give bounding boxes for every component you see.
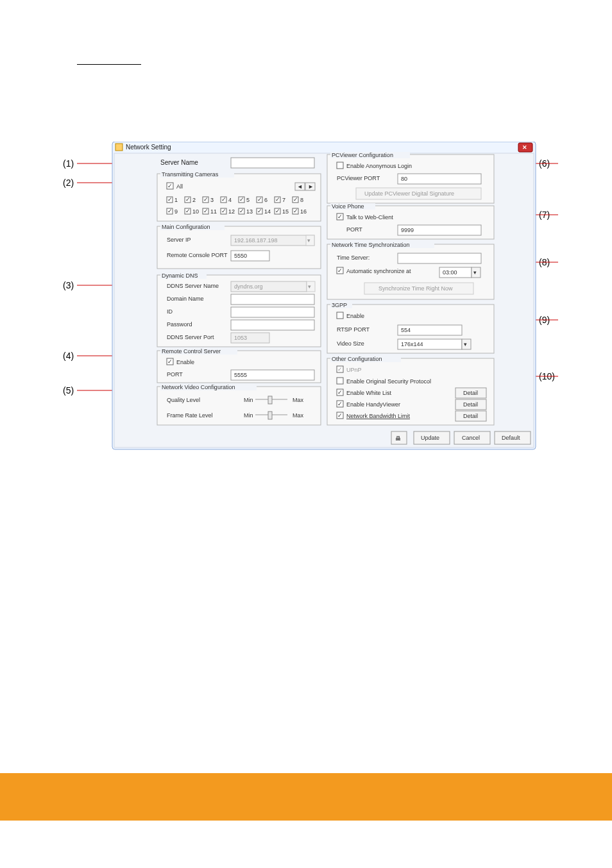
footer-band — [0, 773, 612, 821]
legend-rcs: Remote Control Server — [162, 348, 221, 355]
svg-text:Detail: Detail — [463, 413, 478, 419]
svg-text:◄: ◄ — [297, 183, 303, 190]
legend-transmitting-cameras: Transmitting Cameras — [162, 171, 219, 178]
svg-text:192.168.187.198: 192.168.187.198 — [234, 237, 278, 244]
label-auto-sync: Automatic synchronize at — [346, 268, 411, 274]
svg-text:Min: Min — [244, 412, 253, 419]
label-nbl: Network Bandwidth Limit — [346, 413, 411, 419]
svg-text:10: 10 — [192, 208, 199, 215]
svg-text:9999: 9999 — [401, 227, 414, 233]
group-nvc — [157, 387, 321, 425]
svg-text:dyndns.org: dyndns.org — [234, 283, 263, 290]
svg-text:▾: ▾ — [464, 341, 467, 347]
input-server-name — [231, 158, 314, 168]
svg-text:✓: ✓ — [221, 196, 226, 203]
app-icon — [115, 144, 123, 151]
svg-text:✓: ✓ — [167, 208, 173, 214]
label-handyviewer: Enable HandyViewer — [346, 401, 400, 408]
svg-text:Update: Update — [421, 435, 439, 441]
screenshot-svg: Network Setting ✕ Server Name Transmitti… — [64, 142, 571, 475]
window-title: Network Setting — [126, 144, 171, 151]
svg-text:14: 14 — [264, 208, 271, 215]
legend-pcviewer: PCViewer Configuration — [332, 152, 393, 158]
svg-text:Max: Max — [293, 412, 304, 419]
svg-text:12: 12 — [228, 208, 235, 215]
label-3gpp-enable: Enable — [346, 313, 364, 319]
svg-text:Default: Default — [502, 435, 520, 441]
svg-text:4: 4 — [228, 197, 232, 203]
input-domain-name — [231, 294, 314, 305]
svg-text:13: 13 — [246, 208, 253, 215]
label-remote-console-port: Remote Console PORT — [167, 252, 228, 258]
svg-text:15: 15 — [282, 208, 289, 215]
svg-text:✓: ✓ — [167, 196, 173, 203]
label-server-ip: Server IP — [167, 237, 191, 243]
svg-text:✓: ✓ — [257, 208, 262, 214]
svg-text:2: 2 — [192, 197, 196, 203]
svg-text:11: 11 — [210, 208, 217, 215]
svg-text:1: 1 — [174, 197, 178, 203]
label-rcs-port: PORT — [167, 371, 183, 378]
print-icon: 🖶 — [395, 435, 401, 442]
svg-text:✓: ✓ — [221, 208, 226, 214]
svg-text:9: 9 — [174, 208, 178, 215]
svg-text:✓: ✓ — [337, 267, 343, 274]
svg-text:5555: 5555 — [234, 372, 247, 378]
legend-dynamic-dns: Dynamic DNS — [162, 272, 198, 279]
legend-voice: Voice Phone — [332, 203, 364, 210]
label-rtsp-port: RTSP PORT — [337, 326, 370, 333]
svg-text:✓: ✓ — [337, 401, 343, 407]
legend-3gpp: 3GPP — [332, 302, 347, 308]
svg-text:Detail: Detail — [463, 401, 478, 408]
svg-text:80: 80 — [401, 176, 407, 182]
svg-text:✓: ✓ — [239, 208, 244, 214]
svg-text:▾: ▾ — [307, 237, 310, 244]
svg-text:✓: ✓ — [203, 208, 208, 214]
svg-text:✓: ✓ — [167, 358, 173, 365]
legend-nts: Network Time Synchronization — [332, 242, 410, 248]
svg-text:Update PCViewer Digital Signat: Update PCViewer Digital Signature — [364, 190, 454, 197]
svg-text:✓: ✓ — [239, 196, 244, 203]
label-server-name: Server Name — [160, 159, 198, 166]
svg-text:176x144: 176x144 — [401, 341, 423, 347]
svg-text:✓: ✓ — [293, 208, 298, 214]
label-whitelist: Enable White List — [346, 390, 392, 396]
svg-text:▾: ▾ — [308, 283, 311, 290]
label-upnp: UPnP — [346, 367, 362, 373]
checkbox-osp — [337, 378, 343, 384]
svg-text:►: ► — [308, 183, 314, 190]
svg-text:✓: ✓ — [167, 183, 173, 189]
svg-text:8: 8 — [300, 197, 303, 203]
checkbox-anon-login — [337, 162, 343, 169]
label-video-size: Video Size — [337, 340, 364, 347]
svg-text:✓: ✓ — [337, 389, 343, 396]
svg-text:✓: ✓ — [275, 208, 280, 214]
legend-other: Other Configuration — [332, 356, 382, 362]
label-ddns-port: DDNS Server Port — [167, 334, 214, 340]
svg-text:6: 6 — [264, 197, 268, 203]
svg-text:16: 16 — [300, 208, 307, 215]
group-main-config — [157, 226, 321, 269]
svg-text:03:00: 03:00 — [443, 269, 457, 276]
label-domain-name: Domain Name — [167, 296, 204, 302]
label-talk: Talk to Web-Client — [346, 214, 393, 221]
label-osp: Enable Original Security Protocol — [346, 378, 431, 385]
svg-text:Max: Max — [293, 397, 304, 403]
svg-text:✓: ✓ — [257, 196, 262, 203]
label-pcv-port: PCViewer PORT — [337, 175, 380, 181]
legend-nvc: Network Video Configuration — [162, 384, 235, 390]
svg-text:Min: Min — [244, 397, 253, 403]
svg-text:✓: ✓ — [337, 412, 343, 419]
label-rcs-enable: Enable — [176, 359, 194, 365]
input-pcv-port — [398, 174, 481, 184]
slider-framerate — [268, 412, 272, 419]
legend-main-config: Main Configuration — [162, 224, 210, 230]
svg-text:✓: ✓ — [337, 366, 343, 372]
svg-text:7: 7 — [282, 197, 285, 203]
slider-quality — [268, 396, 272, 404]
input-password — [231, 320, 314, 330]
label-anon-login: Enable Anonymous Login — [346, 163, 412, 169]
figure: (1) (2) (3) (4) (5) (6) (7) (8) (9) (10) — [26, 142, 586, 475]
svg-text:Cancel: Cancel — [462, 435, 480, 441]
svg-text:554: 554 — [401, 327, 411, 333]
